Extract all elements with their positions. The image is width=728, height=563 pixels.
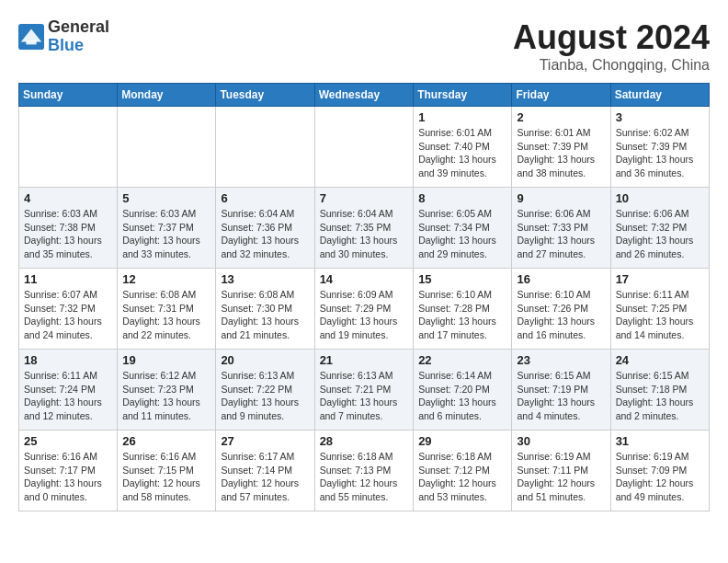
calendar-cell: 4Sunrise: 6:03 AM Sunset: 7:38 PM Daylig… [19,188,118,269]
sub-title: Tianba, Chongqing, China [513,57,710,74]
day-info: Sunrise: 6:07 AM Sunset: 7:32 PM Dayligh… [24,288,112,342]
day-info: Sunrise: 6:04 AM Sunset: 7:35 PM Dayligh… [320,207,409,261]
day-number: 4 [24,191,112,205]
day-number: 21 [320,353,409,367]
day-info: Sunrise: 6:02 AM Sunset: 7:39 PM Dayligh… [616,126,704,180]
day-number: 28 [320,434,409,448]
day-info: Sunrise: 6:03 AM Sunset: 7:38 PM Dayligh… [24,207,112,261]
calendar-cell: 31Sunrise: 6:19 AM Sunset: 7:09 PM Dayli… [610,431,709,511]
day-info: Sunrise: 6:01 AM Sunset: 7:40 PM Dayligh… [418,126,506,180]
title-area: August 2024 Tianba, Chongqing, China [513,18,710,74]
page-header: General Blue August 2024 Tianba, Chongqi… [18,18,710,74]
day-number: 15 [418,272,506,286]
day-info: Sunrise: 6:09 AM Sunset: 7:29 PM Dayligh… [320,288,409,342]
calendar-cell: 5Sunrise: 6:03 AM Sunset: 7:37 PM Daylig… [118,188,216,269]
logo: General Blue [18,18,109,55]
calendar-cell: 21Sunrise: 6:13 AM Sunset: 7:21 PM Dayli… [314,350,414,431]
day-info: Sunrise: 6:10 AM Sunset: 7:28 PM Dayligh… [418,288,506,342]
day-number: 2 [517,110,605,124]
calendar-cell: 17Sunrise: 6:11 AM Sunset: 7:25 PM Dayli… [610,269,709,350]
day-number: 11 [24,272,112,286]
calendar-cell: 2Sunrise: 6:01 AM Sunset: 7:39 PM Daylig… [512,107,610,188]
calendar-week-row: 1Sunrise: 6:01 AM Sunset: 7:40 PM Daylig… [19,107,710,188]
day-number: 27 [221,434,309,448]
calendar-cell: 12Sunrise: 6:08 AM Sunset: 7:31 PM Dayli… [118,269,216,350]
calendar-cell: 24Sunrise: 6:15 AM Sunset: 7:18 PM Dayli… [610,350,709,431]
calendar-cell [216,107,314,188]
day-info: Sunrise: 6:06 AM Sunset: 7:33 PM Dayligh… [517,207,605,261]
calendar-cell: 7Sunrise: 6:04 AM Sunset: 7:35 PM Daylig… [314,188,414,269]
weekday-header: Thursday [414,84,512,107]
day-info: Sunrise: 6:11 AM Sunset: 7:25 PM Dayligh… [616,288,704,342]
calendar-cell: 23Sunrise: 6:15 AM Sunset: 7:19 PM Dayli… [512,350,610,431]
day-number: 29 [418,434,506,448]
day-info: Sunrise: 6:05 AM Sunset: 7:34 PM Dayligh… [418,207,506,261]
calendar-cell: 28Sunrise: 6:18 AM Sunset: 7:13 PM Dayli… [314,431,414,511]
calendar-table: SundayMondayTuesdayWednesdayThursdayFrid… [18,83,710,511]
calendar-cell: 13Sunrise: 6:08 AM Sunset: 7:30 PM Dayli… [216,269,314,350]
calendar-cell: 29Sunrise: 6:18 AM Sunset: 7:12 PM Dayli… [414,431,512,511]
day-info: Sunrise: 6:11 AM Sunset: 7:24 PM Dayligh… [24,369,112,423]
day-info: Sunrise: 6:03 AM Sunset: 7:37 PM Dayligh… [122,207,210,261]
calendar-week-row: 11Sunrise: 6:07 AM Sunset: 7:32 PM Dayli… [19,269,710,350]
day-number: 26 [122,434,210,448]
calendar-cell: 14Sunrise: 6:09 AM Sunset: 7:29 PM Dayli… [314,269,414,350]
calendar-week-row: 18Sunrise: 6:11 AM Sunset: 7:24 PM Dayli… [19,350,710,431]
day-info: Sunrise: 6:10 AM Sunset: 7:26 PM Dayligh… [517,288,605,342]
calendar-cell: 8Sunrise: 6:05 AM Sunset: 7:34 PM Daylig… [414,188,512,269]
calendar-cell: 10Sunrise: 6:06 AM Sunset: 7:32 PM Dayli… [610,188,709,269]
calendar-cell: 25Sunrise: 6:16 AM Sunset: 7:17 PM Dayli… [19,431,118,511]
calendar-cell: 30Sunrise: 6:19 AM Sunset: 7:11 PM Dayli… [512,431,610,511]
calendar-cell: 19Sunrise: 6:12 AM Sunset: 7:23 PM Dayli… [118,350,216,431]
calendar-cell: 26Sunrise: 6:16 AM Sunset: 7:15 PM Dayli… [118,431,216,511]
day-info: Sunrise: 6:19 AM Sunset: 7:11 PM Dayligh… [517,450,605,504]
calendar-cell: 9Sunrise: 6:06 AM Sunset: 7:33 PM Daylig… [512,188,610,269]
day-number: 9 [517,191,605,205]
calendar-cell: 16Sunrise: 6:10 AM Sunset: 7:26 PM Dayli… [512,269,610,350]
logo-icon [18,24,44,50]
day-info: Sunrise: 6:15 AM Sunset: 7:19 PM Dayligh… [517,369,605,423]
calendar-cell: 18Sunrise: 6:11 AM Sunset: 7:24 PM Dayli… [19,350,118,431]
main-title: August 2024 [513,18,710,57]
day-info: Sunrise: 6:04 AM Sunset: 7:36 PM Dayligh… [221,207,309,261]
weekday-header: Friday [512,84,610,107]
day-number: 12 [122,272,210,286]
calendar-cell [118,107,216,188]
day-info: Sunrise: 6:16 AM Sunset: 7:17 PM Dayligh… [24,450,112,504]
day-number: 1 [418,110,506,124]
calendar-cell: 1Sunrise: 6:01 AM Sunset: 7:40 PM Daylig… [414,107,512,188]
calendar-week-row: 25Sunrise: 6:16 AM Sunset: 7:17 PM Dayli… [19,431,710,511]
day-number: 17 [616,272,704,286]
day-number: 25 [24,434,112,448]
day-info: Sunrise: 6:18 AM Sunset: 7:13 PM Dayligh… [320,450,409,504]
day-number: 22 [418,353,506,367]
day-number: 31 [616,434,704,448]
day-number: 7 [320,191,409,205]
day-number: 3 [616,110,704,124]
calendar-body: 1Sunrise: 6:01 AM Sunset: 7:40 PM Daylig… [19,107,710,511]
day-info: Sunrise: 6:17 AM Sunset: 7:14 PM Dayligh… [221,450,309,504]
svg-rect-2 [26,40,36,44]
day-number: 13 [221,272,309,286]
calendar-cell: 27Sunrise: 6:17 AM Sunset: 7:14 PM Dayli… [216,431,314,511]
calendar-header: SundayMondayTuesdayWednesdayThursdayFrid… [19,84,710,107]
day-info: Sunrise: 6:01 AM Sunset: 7:39 PM Dayligh… [517,126,605,180]
day-info: Sunrise: 6:08 AM Sunset: 7:31 PM Dayligh… [122,288,210,342]
day-number: 10 [616,191,704,205]
day-number: 8 [418,191,506,205]
calendar-cell: 15Sunrise: 6:10 AM Sunset: 7:28 PM Dayli… [414,269,512,350]
calendar-cell: 6Sunrise: 6:04 AM Sunset: 7:36 PM Daylig… [216,188,314,269]
day-number: 14 [320,272,409,286]
calendar-week-row: 4Sunrise: 6:03 AM Sunset: 7:38 PM Daylig… [19,188,710,269]
calendar-cell: 11Sunrise: 6:07 AM Sunset: 7:32 PM Dayli… [19,269,118,350]
day-info: Sunrise: 6:13 AM Sunset: 7:21 PM Dayligh… [320,369,409,423]
calendar-cell [19,107,118,188]
day-number: 24 [616,353,704,367]
weekday-header: Wednesday [314,84,414,107]
weekday-row: SundayMondayTuesdayWednesdayThursdayFrid… [19,84,710,107]
calendar-cell: 3Sunrise: 6:02 AM Sunset: 7:39 PM Daylig… [610,107,709,188]
day-number: 5 [122,191,210,205]
day-number: 23 [517,353,605,367]
day-info: Sunrise: 6:16 AM Sunset: 7:15 PM Dayligh… [122,450,210,504]
day-number: 30 [517,434,605,448]
